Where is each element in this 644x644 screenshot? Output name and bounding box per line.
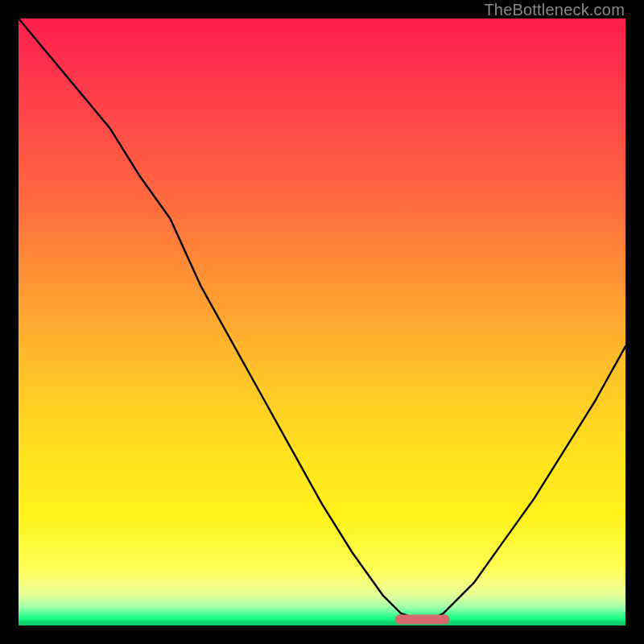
chart-overlay-svg bbox=[19, 19, 625, 625]
chart-frame bbox=[19, 19, 625, 625]
optimal-range-pill bbox=[395, 615, 450, 625]
watermark-text: TheBottleneck.com bbox=[484, 1, 625, 19]
bottleneck-curve bbox=[19, 19, 625, 620]
